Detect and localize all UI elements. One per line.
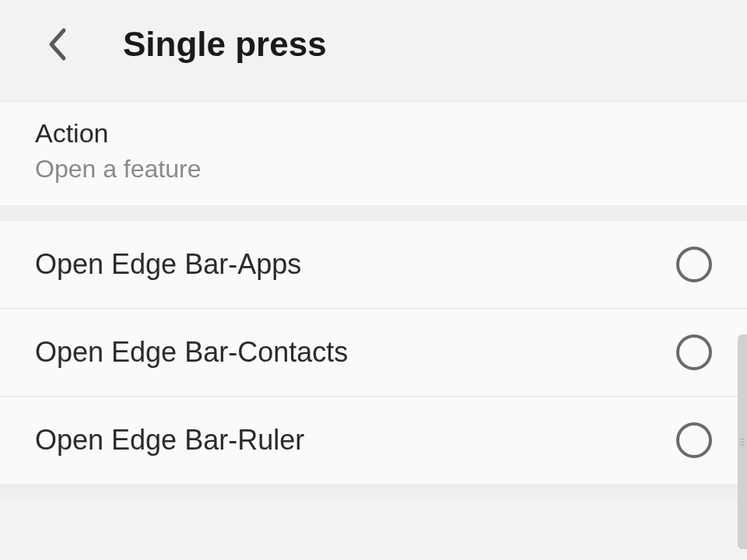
option-edge-bar-contacts[interactable]: Open Edge Bar-Contacts — [0, 309, 747, 397]
radio-icon[interactable] — [676, 247, 712, 282]
option-edge-bar-ruler[interactable]: Open Edge Bar-Ruler — [0, 397, 747, 484]
header: Single press — [0, 0, 747, 103]
page-title: Single press — [123, 25, 327, 64]
bottom-divider — [0, 484, 747, 499]
scrollbar-grip-icon — [741, 439, 745, 446]
option-edge-bar-apps[interactable]: Open Edge Bar-Apps — [0, 221, 747, 309]
action-subtitle: Open a feature — [35, 155, 712, 184]
option-label: Open Edge Bar-Apps — [35, 248, 301, 281]
radio-icon[interactable] — [676, 422, 712, 458]
scrollbar[interactable] — [738, 334, 747, 549]
action-section[interactable]: Action Open a feature — [0, 103, 747, 205]
option-label: Open Edge Bar-Ruler — [35, 424, 304, 457]
radio-icon[interactable] — [676, 334, 712, 370]
options-list: Open Edge Bar-Apps Open Edge Bar-Contact… — [0, 221, 747, 484]
section-divider — [0, 205, 747, 221]
option-label: Open Edge Bar-Contacts — [35, 336, 348, 369]
back-icon[interactable] — [47, 27, 68, 61]
action-label: Action — [35, 118, 712, 149]
